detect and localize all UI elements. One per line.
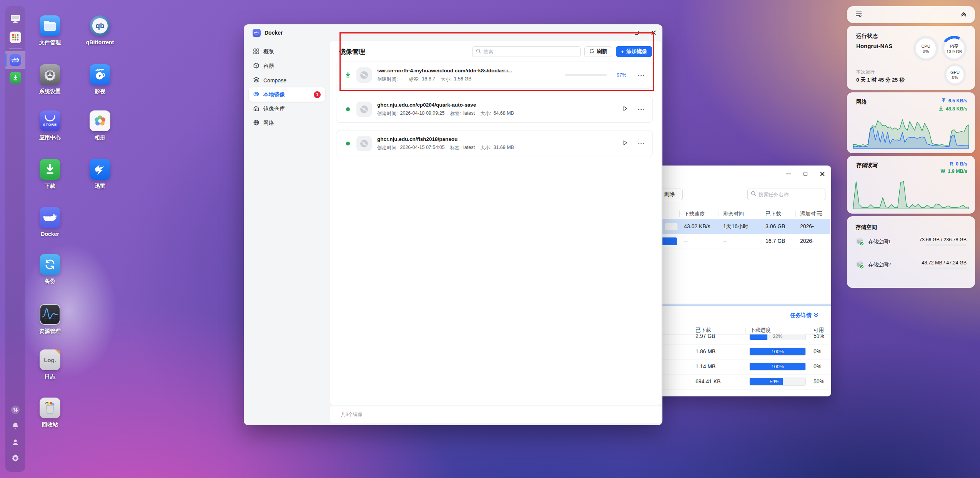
log-file-icon: Log. — [40, 349, 60, 370]
desktop-icon-photos[interactable]: 相册 — [77, 110, 123, 141]
close-button[interactable] — [814, 166, 831, 182]
minimize-button[interactable] — [780, 166, 797, 182]
double-chevron-down-icon — [814, 313, 819, 319]
widget-settings-icon[interactable] — [855, 11, 862, 18]
uptime-value: 0 天 1 时 45 分 25 秒 — [856, 77, 904, 84]
task-progress-fragment — [665, 223, 678, 231]
disc-icon — [253, 91, 259, 98]
desktop-icon-resource-monitor[interactable]: 资源管理 — [27, 304, 73, 335]
image-count: 共3个镜像 — [341, 411, 363, 418]
container-box-icon — [253, 63, 259, 70]
volume-icon — [855, 237, 865, 246]
image-row[interactable]: ghcr.nju.edu.cn/fish2018/pansou 创建时间: 20… — [336, 130, 653, 157]
progress-bar: 100% — [749, 348, 806, 356]
download-arrow-icon — [939, 106, 943, 112]
volume-usage: 48.72 MB / 47.24 GB — [922, 260, 967, 266]
column-header[interactable]: 已下载 — [695, 327, 711, 334]
transfer-icon — [10, 405, 20, 416]
nav-item-network[interactable]: 网络 — [249, 116, 325, 130]
desktop-icon-label: 迅雷 — [95, 183, 105, 190]
column-header[interactable]: 下载进度 — [750, 327, 771, 334]
image-row[interactable]: ghcr.nju.edu.cn/cp0204/quark-auto-save 创… — [336, 96, 653, 123]
desktop-icon-label: 相册 — [95, 134, 105, 141]
memory-ring: 内存 13.9 GB — [942, 36, 967, 61]
more-menu-button[interactable] — [638, 143, 644, 144]
nav-item-compose[interactable]: Compose — [249, 73, 325, 87]
task-details-link[interactable]: 任务详情 — [790, 312, 819, 319]
image-meta: 创建时间: 2026-04-18 09:09:25 标签: latest 大小:… — [377, 110, 514, 117]
progress-bar: 100% — [749, 363, 806, 371]
desktop-icon-label: 系统设置 — [39, 88, 61, 95]
backup-sync-icon — [40, 254, 60, 275]
upload-rate: 6.5 KB/s — [942, 98, 967, 104]
desktop-icon-qbittorrent[interactable]: qb qBittorrent — [77, 15, 123, 45]
desktop-icon-label: 影视 — [95, 88, 105, 95]
volume-icon — [855, 260, 865, 269]
storage-volume-row[interactable]: 存储空间1 73.66 GB / 236.78 GB — [855, 233, 967, 250]
storage-volume-row[interactable]: 存储空间2 48.72 MB / 47.24 GB — [855, 256, 967, 273]
nav-item-registry[interactable]: 镜像仓库 — [249, 102, 325, 116]
dock-item-user[interactable] — [5, 435, 25, 451]
dock-item-transfer[interactable] — [5, 403, 25, 419]
user-icon — [11, 438, 20, 448]
qbittorrent-icon: qb — [90, 15, 110, 36]
column-header[interactable]: 已下载 — [765, 211, 781, 217]
desktop-icon-media[interactable]: 影视 — [77, 64, 123, 95]
more-menu-button[interactable] — [638, 109, 644, 110]
run-image-button[interactable] — [622, 140, 628, 147]
nav-item-local-images[interactable]: 本地镜像 1 — [249, 87, 325, 102]
docker-icon — [10, 54, 21, 66]
download-arrow-icon — [40, 159, 60, 180]
desktop-icon-download-app[interactable]: 下载 — [27, 159, 73, 190]
dock-item-settings[interactable] — [5, 451, 25, 467]
desktop-icon-label: 应用中心 — [39, 134, 61, 141]
dock-item-downloads[interactable] — [5, 69, 25, 87]
desktop-screen: 文件管理 qb qBittorrent 系统设置 影视 STORE 应用中心 相… — [0, 0, 980, 478]
cpu-ring: CPU 0% — [913, 36, 938, 61]
collapse-panel-icon[interactable] — [961, 11, 967, 18]
desktop-icon-recycle-bin[interactable]: 回收站 — [27, 398, 73, 428]
download-icon — [10, 72, 21, 84]
run-image-button[interactable] — [622, 105, 628, 113]
column-header[interactable]: 剩余时间 — [723, 211, 744, 217]
desktop-icon-system-settings[interactable]: 系统设置 — [27, 64, 73, 95]
desktop-icon-app-center[interactable]: STORE 应用中心 — [27, 110, 73, 141]
desktop-icon-label: Docker — [41, 231, 59, 237]
nav-item-containers[interactable]: 容器 — [249, 59, 325, 73]
column-header[interactable]: 添加时 — [800, 211, 816, 217]
upload-arrow-icon — [942, 98, 946, 104]
panel-header — [847, 6, 975, 23]
image-disc-icon — [356, 102, 372, 117]
desktop-icon-label: 回收站 — [42, 421, 58, 428]
column-header[interactable]: 可用 — [814, 327, 824, 334]
task-search-box[interactable] — [747, 189, 825, 200]
docker-whale-icon — [40, 207, 60, 228]
overview-grid-icon — [253, 48, 259, 55]
dock-item-notifications[interactable] — [5, 419, 25, 435]
desktop-icon-files[interactable]: 文件管理 — [27, 15, 73, 46]
gpu-ring: GPU 0% — [944, 64, 966, 86]
thunder-bird-icon — [90, 159, 110, 180]
desktop-icon-backup[interactable]: 备份 — [27, 254, 73, 285]
desktop-icon-docker[interactable]: Docker — [27, 207, 73, 237]
dock-item-docker-running[interactable] — [5, 51, 25, 69]
column-header[interactable]: 下载速度 — [684, 211, 705, 217]
image-name: ghcr.nju.edu.cn/cp0204/quark-auto-save — [377, 102, 514, 108]
monitor-icon — [10, 14, 20, 25]
local-images-badge: 1 — [314, 91, 321, 98]
task-search-input[interactable] — [759, 192, 816, 197]
read-rate: R 0 B/s — [950, 161, 967, 167]
ready-status-icon — [345, 107, 351, 111]
maximize-button[interactable] — [797, 166, 814, 182]
nav-item-overview[interactable]: 概览 — [249, 45, 325, 59]
column-settings-icon[interactable] — [816, 211, 822, 217]
storage-card: 存储空间 存储空间1 73.66 GB / 236.78 GB 存储空间2 48 — [847, 216, 975, 288]
docker-app-icon — [253, 29, 261, 37]
desktop-icon-thunder[interactable]: 迅雷 — [77, 159, 123, 190]
dock-item-apps[interactable] — [5, 28, 25, 46]
dock-item-desktop[interactable] — [5, 11, 25, 28]
desktop-icon-logs[interactable]: Log. 日志 — [27, 349, 73, 380]
maximize-icon — [804, 172, 807, 176]
image-disc-icon — [356, 136, 372, 151]
docker-footer: 共3个镜像 — [330, 406, 661, 423]
